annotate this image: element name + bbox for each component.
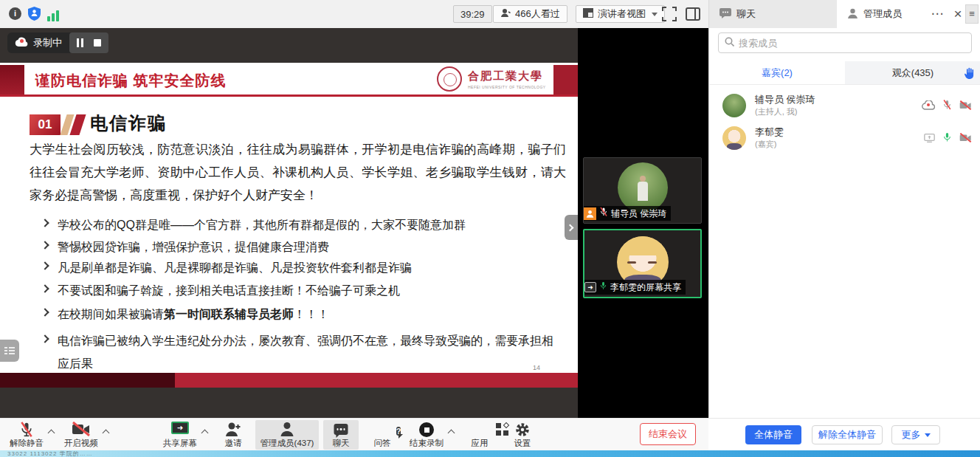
end-meeting-button[interactable]: 结束会议	[640, 423, 696, 445]
tile-name-bar: ➜ 李郁雯的屏幕共享	[584, 280, 686, 295]
slide-bullet: 警惕校园贷诈骗，增强保护意识，提倡健康合理消费	[41, 236, 566, 258]
stop-recording-button[interactable]: 结束录制	[406, 419, 447, 451]
arrow-bullet-icon	[41, 219, 49, 227]
search-input[interactable]	[739, 38, 945, 49]
mic-on-icon[interactable]	[942, 131, 952, 146]
slide-bullet: 电信诈骗已被纳入学生违纪处分办法，屡次教育、强调仍不在意，最终导致受骗的，需要承…	[41, 329, 557, 375]
slide-footer-bar-dark	[0, 373, 175, 388]
meeting-timer: 39:29	[453, 5, 492, 23]
fullscreen-button[interactable]	[662, 7, 677, 24]
member-search[interactable]	[718, 32, 972, 53]
mic-muted-icon	[599, 207, 608, 220]
background-window-text: 33022 1113022 学院的……	[7, 450, 93, 457]
meeting-info-icon[interactable]: i	[9, 7, 21, 20]
chat-icon	[334, 424, 348, 435]
banner-left-block	[0, 65, 24, 95]
video-strip: 辅导员 侯崇琦 ➜ 李郁雯的屏幕共享	[578, 28, 708, 418]
section-title: 电信诈骗	[90, 111, 167, 135]
member-row[interactable]: 李郁雯 (嘉宾)	[709, 123, 980, 155]
chat-tab-icon	[720, 8, 731, 21]
members-tab-label: 管理成员	[863, 7, 902, 21]
more-actions-button[interactable]: 更多	[891, 425, 940, 444]
panel-menu-button[interactable]: ≡	[965, 4, 979, 24]
tile-name-bar: 辅导员 侯崇琦	[584, 206, 671, 221]
security-shield-icon[interactable]	[28, 7, 41, 24]
slide-footer-bar-red	[175, 373, 578, 388]
slide-banner-title: 谨防电信诈骗 筑牢安全防线	[35, 71, 227, 91]
members-tab-icon	[847, 8, 858, 21]
manage-members-button[interactable]: 管理成员(437)	[255, 419, 319, 451]
chat-tab-label: 聊天	[736, 7, 756, 21]
member-name: 李郁雯	[755, 126, 784, 139]
university-name-cn: 合肥工業大學	[468, 69, 546, 83]
share-screen-icon: ➜	[171, 422, 189, 434]
sidebar-toggle-button[interactable]	[686, 7, 700, 24]
arrow-bullet-icon	[41, 308, 49, 316]
tab-chat[interactable]: 聊天	[708, 0, 837, 28]
slide-thumbnails-toggle[interactable]	[0, 340, 19, 362]
timer-value: 39:29	[460, 9, 485, 20]
apps-button[interactable]: 应用	[463, 419, 496, 451]
qa-button[interactable]: ? 问答	[366, 419, 398, 451]
section-number-badge: 01	[30, 114, 61, 135]
camera-muted-icon[interactable]	[959, 132, 972, 145]
avatar	[722, 126, 746, 150]
background-window-sliver: 33022 1113022 学院的……	[0, 450, 980, 457]
tile-participant-name: 辅导员 侯崇琦	[611, 207, 666, 220]
unmute-all-button[interactable]: 解除全体静音	[812, 425, 883, 444]
top-bar: i 39:29 466人看过 演讲者视图	[0, 0, 980, 28]
host-badge-icon	[584, 207, 596, 220]
slide-bullet: 学校公布的QQ群是唯——个官方群，其他所有群都是假的，大家不要随意加群	[41, 213, 566, 236]
stop-recording-icon	[419, 422, 434, 437]
mic-muted-icon[interactable]	[942, 99, 952, 114]
raised-hand-icon[interactable]	[964, 67, 974, 81]
collapse-video-strip-handle[interactable]	[565, 215, 578, 240]
viewers-icon	[500, 8, 511, 20]
arrow-bullet-icon	[41, 334, 49, 343]
qa-icon: ?	[396, 427, 401, 436]
chevron-down-icon	[925, 433, 931, 437]
panel-close-button[interactable]: ×	[949, 4, 967, 24]
stop-recording-button[interactable]	[94, 39, 101, 47]
tab-guests[interactable]: 嘉宾(2)	[709, 61, 845, 84]
video-options-chevron[interactable]	[103, 430, 110, 437]
arrow-bullet-icon	[41, 241, 49, 249]
chat-button[interactable]: 聊天	[323, 419, 359, 451]
university-seal-icon	[437, 66, 462, 92]
guests-tab-label: 嘉宾(2)	[762, 66, 793, 80]
video-tile-active-speaker[interactable]: ➜ 李郁雯的屏幕共享	[583, 229, 702, 298]
chevron-down-icon	[652, 13, 658, 16]
avatar	[618, 162, 668, 213]
member-role: (嘉宾)	[755, 139, 776, 150]
invite-button[interactable]: 邀请	[217, 419, 249, 451]
audience-tab-label: 观众(435)	[892, 66, 934, 80]
tab-audience[interactable]: 观众(435)	[845, 61, 980, 84]
view-mode-dropdown[interactable]: 演讲者视图	[576, 5, 665, 23]
recording-indicator: 录制中	[7, 32, 108, 53]
sharing-screen-icon	[924, 132, 935, 145]
pause-recording-button[interactable]	[77, 38, 83, 47]
settings-button[interactable]: 设置	[506, 419, 539, 451]
panel-more-button[interactable]: ⋯	[928, 4, 946, 24]
share-screen-button[interactable]: ➜ 共享屏幕	[159, 419, 201, 451]
recording-status-label: 录制中	[33, 36, 62, 49]
recording-options-chevron[interactable]	[448, 430, 455, 437]
unmute-button[interactable]: 解除静音	[6, 419, 47, 451]
camera-muted-icon[interactable]	[959, 100, 972, 113]
viewers-count-button[interactable]: 466人看过	[493, 5, 567, 23]
mic-options-chevron[interactable]	[48, 430, 55, 437]
banner-right-block	[553, 65, 578, 95]
tabs-divider	[709, 84, 980, 85]
members-icon	[280, 422, 294, 439]
members-panel: 嘉宾(2) 观众(435) 辅导员 侯崇琦 (主持人, 我)	[708, 28, 980, 418]
banner-underline	[0, 95, 578, 97]
network-signal-icon	[47, 8, 61, 21]
start-video-button[interactable]: 开启视频	[61, 419, 102, 451]
share-options-chevron[interactable]	[201, 430, 209, 437]
mute-all-button[interactable]: 全体静音	[745, 425, 801, 444]
member-row[interactable]: 辅导员 侯崇琦 (主持人, 我)	[709, 90, 980, 123]
university-logo: 合肥工業大學 HEFEI UNIVERSITY OF TECHNOLOGY	[437, 66, 546, 92]
shared-slide: 谨防电信诈骗 筑牢安全防线 合肥工業大學 HEFEI UNIVERSITY OF…	[0, 63, 578, 388]
camera-muted-icon	[72, 422, 91, 439]
video-tile-host[interactable]: 辅导员 侯崇琦	[583, 157, 702, 224]
